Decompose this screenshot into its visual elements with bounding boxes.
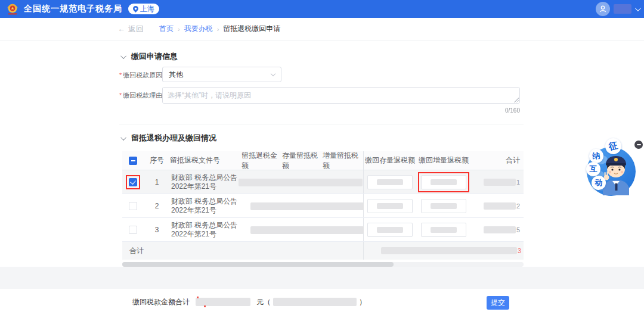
- page-background-band: [0, 267, 644, 289]
- row-index: 2: [144, 194, 170, 217]
- return-incremental-input[interactable]: [421, 199, 466, 213]
- redacted-value: [431, 227, 457, 233]
- breadcrumb-home[interactable]: 首页: [159, 24, 174, 34]
- total-visible-digit: 5: [516, 226, 520, 233]
- page: 全国统一规范电子税务局 上海 ← 返回 首页 › 我要办: [0, 0, 644, 315]
- amount-total-label: 缴回税款金额合计: [132, 297, 190, 307]
- required-mark: *: [119, 92, 122, 99]
- user-avatar[interactable]: [596, 2, 610, 16]
- refund-table: 序号 留抵退税文件号 留抵退税金额 存量留抵税额 增量留抵税额 缴回存量退税额 …: [122, 151, 524, 260]
- table-header-row: 序号 留抵退税文件号 留抵退税金额 存量留抵税额 增量留抵税额 缴回存量退税额 …: [122, 151, 524, 170]
- col-return-stock: 缴回存量退税额: [364, 155, 416, 166]
- location-switcher[interactable]: 上海: [128, 4, 159, 14]
- breadcrumb-current-page: 留抵退税缴回申请: [223, 24, 280, 34]
- doc-number: 财政部 税务总局公告2022年第21号: [170, 221, 242, 239]
- minus-icon: [637, 144, 641, 145]
- location-pin-icon: [133, 6, 138, 13]
- col-doc-no: 留抵退税文件号: [170, 151, 242, 170]
- breadcrumb-bar: ← 返回 首页 › 我要办税 › 留抵退税缴回申请: [0, 18, 644, 40]
- redacted-value: [377, 179, 403, 185]
- doc-number: 财政部 税务总局公告2022年第21号: [170, 173, 242, 191]
- return-reason-value: 其他: [169, 70, 183, 80]
- annotation-box-red: [418, 172, 469, 192]
- person-icon: [599, 5, 607, 13]
- minimize-widget-button[interactable]: [634, 141, 643, 149]
- collapse-chevron-icon: [120, 53, 126, 59]
- breadcrumb-tax-services[interactable]: 我要办税: [184, 24, 213, 34]
- chevron-down-icon[interactable]: [635, 5, 641, 11]
- tax-bureau-emblem-logo: [6, 2, 19, 15]
- table-row: 1 财政部 税务总局公告2022年第21号 1: [122, 170, 524, 194]
- app-title: 全国统一规范电子税务局: [24, 4, 122, 14]
- bottom-action-bar: 缴回税款金额合计 元（ ）: [0, 289, 644, 315]
- char-counter: 0/160: [162, 107, 520, 114]
- doc-number: 财政部 税务总局公告2022年第21号: [170, 197, 242, 215]
- select-all-checkbox[interactable]: [129, 157, 137, 165]
- redacted-amount-words: [273, 298, 357, 306]
- redacted-grand-total: [381, 247, 517, 254]
- redacted-amount: [196, 298, 250, 306]
- redacted-total: [484, 226, 516, 233]
- row-checkbox[interactable]: [129, 202, 137, 210]
- return-stock-input[interactable]: [367, 175, 413, 189]
- redacted-value: [377, 203, 403, 209]
- col-total: 合计: [471, 155, 524, 166]
- row-checkbox[interactable]: [129, 178, 137, 186]
- horizontal-scrollbar-track[interactable]: [122, 262, 524, 267]
- table-row: 3 财政部 税务总局公告2022年第21号 5: [122, 218, 524, 242]
- section-title: 缴回申请信息: [131, 51, 178, 62]
- col-incremental-amount: 增量留抵税额: [323, 151, 363, 170]
- section-title: 留抵退税办理及缴回情况: [131, 133, 216, 144]
- return-incremental-input[interactable]: [421, 223, 466, 237]
- row-index: 3: [144, 218, 170, 241]
- collapse-chevron-icon: [120, 135, 126, 141]
- select-chevron-icon: [271, 71, 275, 76]
- redacted-value: [431, 179, 457, 185]
- textarea-resize-handle-icon[interactable]: [514, 98, 519, 102]
- return-stock-input[interactable]: [367, 223, 413, 237]
- annotation-box-red: [126, 175, 140, 189]
- return-stock-input[interactable]: [367, 199, 413, 213]
- back-button[interactable]: ← 返回: [117, 24, 144, 35]
- col-stock-amount: 存量留抵税额: [282, 151, 323, 170]
- unit-close-text: ）: [359, 297, 366, 307]
- return-reason-label: *缴回税款原因: [119, 67, 159, 80]
- horizontal-scrollbar-thumb[interactable]: [122, 262, 394, 267]
- row-index: 1: [144, 170, 170, 194]
- interaction-assistant-widget[interactable]: 征 纳 互 动: [581, 142, 641, 201]
- breadcrumb: 首页 › 我要办税 › 留抵退税缴回申请: [159, 24, 280, 34]
- table-footer-row: 合计 3: [122, 242, 524, 260]
- back-label: 返回: [128, 24, 144, 35]
- return-incremental-input[interactable]: [421, 175, 466, 189]
- return-reason-select[interactable]: 其他: [162, 67, 281, 82]
- col-refund-amount: 留抵退税金额: [242, 151, 282, 170]
- location-label: 上海: [140, 4, 154, 14]
- submit-button[interactable]: 提交: [487, 296, 509, 310]
- col-index: 序号: [144, 151, 170, 170]
- section-return-application-info[interactable]: 缴回申请信息: [122, 51, 178, 62]
- redacted-amounts: [250, 202, 364, 210]
- redacted-amounts: [239, 179, 363, 186]
- back-arrow-icon: ←: [117, 24, 125, 33]
- breadcrumb-separator-icon: ›: [217, 26, 219, 33]
- top-header-bar: 全国统一规范电子税务局 上海: [0, 0, 644, 18]
- breadcrumb-separator-icon: ›: [178, 26, 180, 33]
- col-return-incremental: 缴回增量退税额: [416, 155, 471, 166]
- mascot-char-hu: 互: [586, 162, 600, 176]
- total-visible-digit: 1: [516, 179, 520, 186]
- table-row: 2 财政部 税务总局公告2022年第21号 2: [122, 194, 524, 218]
- redacted-amounts: [250, 226, 364, 234]
- footer-total-label: 合计: [122, 242, 363, 260]
- section-divider: [119, 124, 524, 124]
- required-mark: *: [119, 71, 122, 79]
- row-checkbox[interactable]: [129, 226, 137, 234]
- main-content: 缴回申请信息 *缴回税款原因 其他 *缴回税款理由 0/160 留抵退税办理及缴…: [119, 40, 525, 267]
- section-refund-return-status[interactable]: 留抵退税办理及缴回情况: [122, 133, 216, 144]
- return-explanation-label: *缴回税款理由: [119, 87, 159, 100]
- grand-total-visible-digit: 3: [518, 247, 521, 254]
- field-return-explanation: *缴回税款理由: [119, 87, 520, 104]
- redacted-value: [431, 203, 457, 209]
- username-redacted[interactable]: [614, 4, 631, 14]
- return-explanation-textarea[interactable]: [162, 87, 520, 104]
- unit-open-text: 元（: [256, 297, 271, 307]
